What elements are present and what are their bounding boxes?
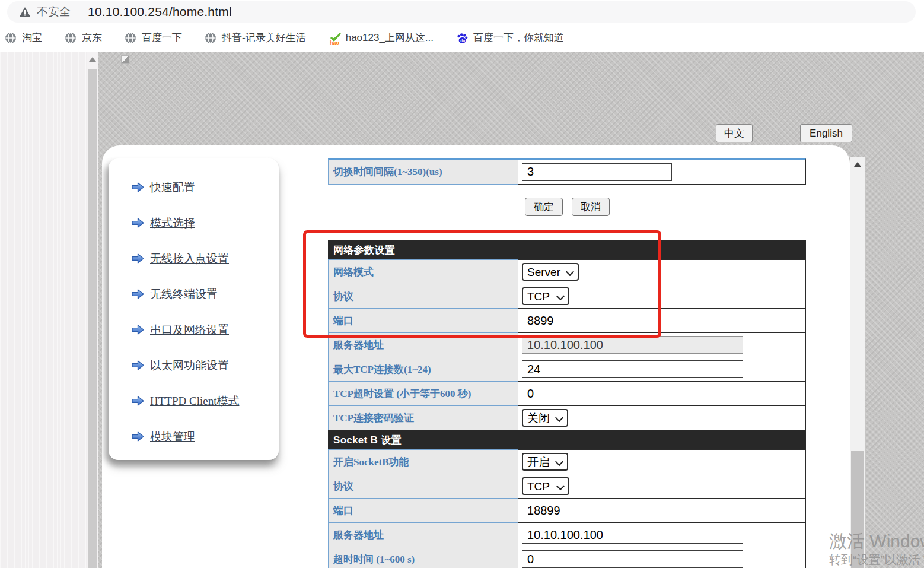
url-text[interactable]: 10.10.100.254/home.html — [88, 5, 232, 19]
row-label: 最大TCP连接数(1~24) — [328, 357, 518, 382]
inner-scrollbar[interactable] — [850, 157, 865, 568]
bookmarks-bar: 淘宝 京东 百度一下 抖音-记录美好生活 hao hao123_上网从这... … — [0, 24, 924, 52]
security-warning-label: 不安全 — [37, 4, 71, 20]
blue-arrow-icon — [131, 288, 145, 300]
bookmark-taobao[interactable]: 淘宝 — [5, 31, 42, 45]
confirm-button[interactable]: 确定 — [525, 198, 563, 216]
bookmark-douyin[interactable]: 抖音-记录美好生活 — [205, 31, 306, 45]
tcp-password-select[interactable]: 关闭 — [522, 409, 568, 427]
sidebar-item-uart-network[interactable]: 串口及网络设置 — [131, 318, 279, 342]
row-value-cell: TCP — [518, 284, 806, 309]
sidebar-item-sta-settings[interactable]: 无线终端设置 — [131, 282, 279, 306]
tcp-timeout-input[interactable] — [522, 385, 743, 402]
bookmark-jd[interactable]: 京东 — [65, 31, 102, 45]
address-divider — [79, 5, 79, 18]
select-wrapper: TCP — [522, 287, 569, 305]
row-label: 开启SocketB功能 — [328, 449, 518, 474]
svg-text:du: du — [460, 39, 465, 43]
globe-icon — [5, 32, 17, 44]
protocol-select[interactable]: TCP — [522, 287, 569, 305]
url-pill[interactable]: 不安全 10.10.100.254/home.html — [7, 1, 916, 23]
section-header-network: 网络参数设置 — [328, 240, 806, 260]
table-row: TCP连接密码验证 关闭 — [328, 405, 806, 430]
table-row: 最大TCP连接数(1~24) — [328, 357, 806, 382]
bookmark-baidu-search[interactable]: 百度一下 — [125, 31, 182, 45]
scroll-up-arrow-icon[interactable] — [850, 157, 865, 172]
scrollbar-thumb[interactable] — [851, 451, 864, 568]
row-label: 协议 — [328, 284, 518, 309]
english-language-button[interactable]: English — [800, 124, 852, 142]
chinese-language-button[interactable]: 中文 — [716, 124, 753, 142]
globe-icon — [205, 32, 216, 44]
blue-arrow-icon — [131, 360, 145, 371]
sidebar-item-module-management[interactable]: 模块管理 — [131, 424, 279, 449]
table-row: 协议 TCP — [328, 474, 806, 499]
security-warning-icon[interactable] — [19, 7, 31, 17]
page-content: 中文 English 快速配置 模式选择 无线接入点设置 无线终端设置 — [0, 52, 924, 568]
baidu-paw-icon: du — [456, 32, 468, 44]
bookmark-baidu-home[interactable]: du 百度一下，你就知道 — [456, 31, 564, 45]
broken-image-icon — [121, 55, 129, 64]
select-wrapper: 开启 — [522, 453, 568, 471]
blue-arrow-icon — [131, 182, 145, 193]
row-value-cell — [518, 547, 806, 568]
row-label: TCP超时设置 (小于等于600 秒) — [328, 381, 518, 406]
interval-table: 切换时间间隔(1~350)(us) — [328, 158, 806, 185]
blue-arrow-icon — [131, 395, 145, 407]
server-address-input — [522, 336, 743, 354]
network-mode-select[interactable]: Server — [522, 263, 579, 281]
scrollbar-thumb[interactable] — [88, 69, 97, 568]
row-label: 超时时间 (1~600 s) — [328, 547, 518, 568]
row-value-cell — [518, 357, 806, 382]
section-header-socketb: Socket B 设置 — [328, 430, 806, 450]
globe-icon — [125, 32, 136, 44]
blue-arrow-icon — [131, 253, 145, 264]
socketb-timeout-input[interactable] — [522, 550, 743, 568]
socketb-protocol-select[interactable]: TCP — [522, 477, 569, 495]
sidebar-item-ethernet[interactable]: 以太网功能设置 — [131, 353, 279, 377]
row-value-cell: 开启 — [518, 449, 806, 474]
socketb-enable-select[interactable]: 开启 — [522, 453, 568, 471]
row-label: 服务器地址 — [328, 332, 518, 357]
table-row: 网络模式 Server — [328, 259, 806, 284]
row-value-cell — [518, 332, 806, 357]
table-row: 端口 — [328, 308, 806, 333]
blue-arrow-icon — [131, 217, 145, 229]
row-label: TCP连接密码验证 — [328, 405, 518, 430]
interval-input[interactable] — [522, 163, 672, 181]
table-row: 超时时间 (1~600 s) — [328, 547, 806, 568]
browser-address-bar: 不安全 10.10.100.254/home.html — [0, 0, 924, 24]
row-value-cell — [518, 498, 806, 523]
content-card: 快速配置 模式选择 无线接入点设置 无线终端设置 串口及网络设置 以太网功能设置 — [102, 145, 850, 568]
row-label: 协议 — [328, 474, 518, 499]
svg-text:hao: hao — [330, 40, 340, 45]
table-row: 开启SocketB功能 开启 — [328, 449, 806, 474]
table-row: 服务器地址 — [328, 522, 806, 547]
select-wrapper: Server — [522, 263, 579, 281]
sidebar-item-ap-settings[interactable]: 无线接入点设置 — [131, 246, 279, 271]
left-scrollbar[interactable] — [87, 52, 98, 568]
row-value-cell: Server — [518, 259, 806, 284]
row-label: 服务器地址 — [328, 522, 518, 547]
sidebar-item-mode-select[interactable]: 模式选择 — [131, 211, 279, 235]
row-value-cell — [518, 522, 806, 547]
row-label: 切换时间间隔(1~350)(us) — [328, 158, 518, 185]
socketb-port-input[interactable] — [522, 502, 743, 519]
row-value-cell — [518, 158, 806, 185]
sidebar-item-quick-config[interactable]: 快速配置 — [131, 175, 279, 199]
sidebar-item-httpd-client[interactable]: HTTPD Client模式 — [131, 389, 279, 413]
socketb-server-input[interactable] — [522, 526, 743, 544]
row-value-cell: 关闭 — [518, 405, 806, 430]
scroll-up-arrow-icon[interactable] — [87, 52, 98, 66]
row-value-cell — [518, 381, 806, 406]
sidebar-menu: 快速配置 模式选择 无线接入点设置 无线终端设置 串口及网络设置 以太网功能设置 — [109, 158, 279, 460]
cancel-button[interactable]: 取消 — [572, 198, 610, 216]
hao123-icon: hao — [329, 32, 340, 44]
network-settings-table: 网络参数设置 网络模式 Server 协议 TCP — [328, 240, 806, 568]
max-tcp-connections-input[interactable] — [522, 360, 743, 378]
port-input[interactable] — [522, 312, 743, 329]
blue-arrow-icon — [131, 431, 145, 442]
table-row: 协议 TCP — [328, 284, 806, 309]
bookmark-hao123[interactable]: hao hao123_上网从这... — [329, 31, 434, 45]
select-wrapper: TCP — [522, 477, 569, 495]
